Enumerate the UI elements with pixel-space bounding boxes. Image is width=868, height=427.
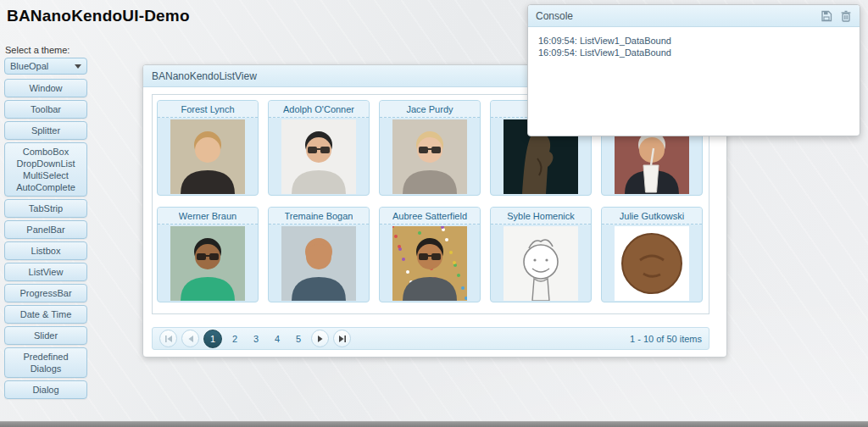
- card-name: Werner Braun: [179, 211, 236, 221]
- avatar: [281, 119, 356, 194]
- console-window-header[interactable]: Console: [528, 5, 860, 27]
- avatar: [504, 226, 578, 301]
- first-page-icon: [164, 335, 173, 343]
- listview-card[interactable]: Julie Gutkowski: [601, 207, 703, 302]
- save-icon[interactable]: [821, 10, 832, 22]
- card-name: Adolph O'Conner: [283, 104, 354, 114]
- console-window: Console 16:09:54: ListView1_DataBound16:…: [527, 4, 860, 136]
- sidebar-button-dialog[interactable]: Dialog: [4, 380, 87, 399]
- listview-card[interactable]: Aubree Satterfield: [379, 207, 481, 302]
- card-header: Adolph O'Conner: [269, 101, 369, 118]
- pager-page-2[interactable]: 2: [226, 330, 243, 347]
- card-header: Julie Gutkowski: [602, 208, 702, 225]
- sidebar-button-splitter[interactable]: Splitter: [4, 121, 87, 140]
- sidebar-button-predefined-dialogs[interactable]: Predefined Dialogs: [4, 347, 87, 378]
- pager-next-button[interactable]: [311, 330, 329, 347]
- listview-card[interactable]: Jace Purdy: [379, 100, 481, 196]
- pager-page-3[interactable]: 3: [248, 330, 264, 347]
- console-title: Console: [536, 10, 573, 22]
- listview-card[interactable]: Werner Braun: [157, 207, 259, 302]
- pager-page-4[interactable]: 4: [269, 330, 286, 347]
- card-header: Jace Purdy: [380, 101, 480, 118]
- listview-card[interactable]: Adolph O'Conner: [268, 100, 370, 196]
- next-page-icon: [316, 335, 325, 343]
- prev-page-icon: [186, 335, 195, 343]
- card-name: Aubree Satterfield: [392, 211, 467, 221]
- card-name: Tremaine Bogan: [285, 211, 353, 221]
- card-name: Forest Lynch: [181, 104, 234, 114]
- sidebar-button-listview[interactable]: ListView: [4, 263, 87, 281]
- sidebar-button-progressbar[interactable]: ProgressBar: [4, 284, 87, 302]
- theme-label: Select a theme:: [5, 45, 70, 55]
- listview-card[interactable]: Forest Lynch: [157, 100, 259, 196]
- avatar: [281, 226, 356, 301]
- sidebar-button-toolbar[interactable]: Toolbar: [4, 100, 87, 119]
- avatar: [392, 119, 467, 194]
- listview-card[interactable]: Syble Homenick: [490, 207, 592, 302]
- chevron-down-icon: [75, 64, 81, 69]
- pager-first-button[interactable]: [159, 330, 177, 347]
- pager-pages: 12345: [203, 330, 307, 348]
- console-log-line: 16:09:54: ListView1_DataBound: [538, 47, 849, 58]
- sidebar-button-panelbar[interactable]: PanelBar: [4, 220, 87, 239]
- card-header: Tremaine Bogan: [269, 208, 369, 225]
- avatar: [170, 226, 245, 301]
- card-header: Aubree Satterfield: [380, 208, 480, 225]
- sidebar-button-slider[interactable]: Slider: [4, 326, 87, 345]
- sidebar: WindowToolbarSplitterComboBox DropDownLi…: [4, 79, 87, 399]
- sidebar-button-window[interactable]: Window: [4, 79, 87, 97]
- card-header: Forest Lynch: [158, 101, 258, 118]
- card-header: Syble Homenick: [491, 208, 591, 225]
- bottom-scrollbar[interactable]: [0, 421, 868, 427]
- pager-prev-button[interactable]: [181, 330, 199, 347]
- pager-info: 1 - 10 of 50 items: [630, 334, 702, 344]
- page-title: BANanoKendoUI-Demo: [7, 7, 190, 25]
- console-toolbar: [821, 10, 852, 22]
- console-log-line: 16:09:54: ListView1_DataBound: [538, 35, 849, 47]
- trash-icon[interactable]: [840, 10, 852, 22]
- avatar: [615, 226, 689, 301]
- pager-last-button[interactable]: [333, 330, 351, 347]
- card-name: Jace Purdy: [406, 104, 453, 114]
- listview-window-title: BANanoKendoListView: [152, 70, 257, 82]
- card-name: Julie Gutkowski: [620, 211, 684, 221]
- sidebar-button-date-time[interactable]: Date & Time: [4, 305, 87, 324]
- listview-card[interactable]: Tremaine Bogan: [268, 207, 370, 302]
- theme-dropdown[interactable]: BlueOpal: [4, 58, 87, 75]
- card-header: Werner Braun: [158, 208, 258, 225]
- avatar: [392, 226, 467, 301]
- pager-page-1[interactable]: 1: [203, 330, 222, 348]
- avatar: [170, 119, 245, 194]
- pager-page-5[interactable]: 5: [290, 330, 307, 347]
- console-log: 16:09:54: ListView1_DataBound16:09:54: L…: [528, 27, 860, 66]
- sidebar-button-combobox[interactable]: ComboBox DropDownList MultiSelect AutoCo…: [4, 142, 87, 197]
- theme-dropdown-value: BlueOpal: [10, 61, 48, 71]
- card-name: Syble Homenick: [507, 211, 574, 221]
- pager: 12345 1 - 10 of 50 items: [152, 327, 709, 350]
- sidebar-button-listbox[interactable]: Listbox: [4, 241, 87, 260]
- last-page-icon: [338, 335, 347, 343]
- sidebar-button-tabstrip[interactable]: TabStrip: [4, 199, 87, 218]
